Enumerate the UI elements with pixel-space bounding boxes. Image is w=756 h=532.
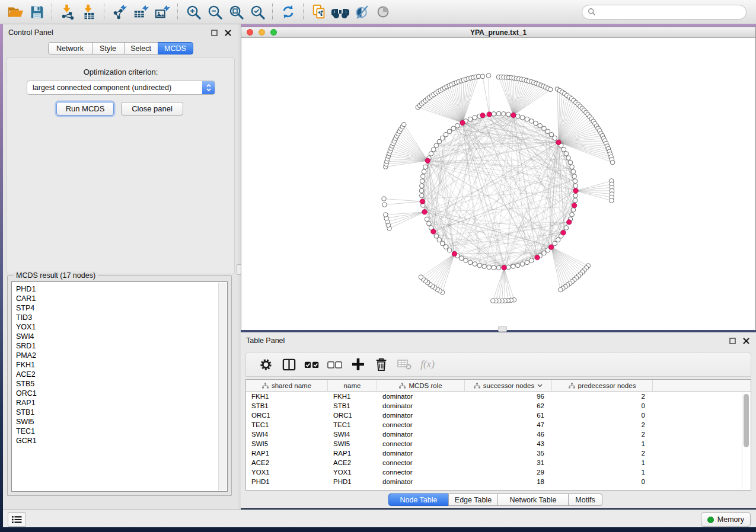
table-toolbar: f(x) <box>245 352 751 377</box>
zoom-selected-icon[interactable] <box>247 2 268 22</box>
mcds-result-item[interactable]: PHD1 <box>12 284 227 294</box>
mcds-result-item[interactable]: TEC1 <box>12 427 227 436</box>
mcds-result-item[interactable]: GCR1 <box>12 436 227 446</box>
table-scrollbar[interactable] <box>742 392 750 489</box>
column-header-shared-name[interactable]: shared name <box>246 380 328 391</box>
network-window-titlebar[interactable]: YPA_prune.txt_1 <box>241 27 755 38</box>
mcds-panel: Optimization criterion: largest connecte… <box>7 57 235 274</box>
table-panel: Table Panel f(x) shared namenameMC <box>241 332 756 508</box>
table-row[interactable]: FKH1FKH1dominator962 <box>246 392 751 401</box>
table-row[interactable]: PHD1PHD1dominator180 <box>246 477 751 486</box>
mcds-result-item[interactable]: STB1 <box>12 408 227 417</box>
eye-slash-icon[interactable] <box>351 2 372 22</box>
close-panel-icon[interactable] <box>223 28 232 37</box>
search-binoculars-icon[interactable] <box>330 2 351 22</box>
mcds-result-item[interactable]: SRD1 <box>12 341 227 351</box>
table-panel-title: Table Panel <box>246 336 285 345</box>
search-input[interactable] <box>599 7 741 17</box>
network-canvas[interactable] <box>241 38 755 330</box>
mcds-result-item[interactable]: STP4 <box>12 303 227 313</box>
control-panel-tabs: Network Style Select MCDS <box>3 42 238 55</box>
table-row[interactable]: RAP1RAP1dominator352 <box>246 448 751 458</box>
column-header-successor-nodes[interactable]: successor nodes <box>465 380 552 391</box>
select-all-icon[interactable] <box>302 355 322 373</box>
table-row[interactable]: SWI5SWI5connector431 <box>246 439 751 448</box>
refresh-icon[interactable] <box>277 2 299 22</box>
function-builder-icon-disabled: f(x) <box>417 355 438 373</box>
horizontal-splitter-grip[interactable] <box>498 326 507 332</box>
table-row[interactable]: ORC1ORC1dominator610 <box>246 411 751 420</box>
tab-mcds[interactable]: MCDS <box>158 42 193 55</box>
select-stepper-icon <box>202 81 215 94</box>
export-image-icon[interactable] <box>152 2 173 22</box>
export-network-icon[interactable] <box>109 2 130 22</box>
toolbar-separator <box>177 4 178 20</box>
mcds-result-item[interactable]: TID3 <box>12 313 227 322</box>
mcds-result-item[interactable]: SWI4 <box>12 332 227 341</box>
table-row[interactable]: YOX1YOX1connector291 <box>246 467 751 477</box>
table-row[interactable]: SWI4SWI4dominator462 <box>246 430 751 439</box>
network-graph <box>241 38 755 330</box>
mcds-result-item[interactable]: ACE2 <box>12 370 227 379</box>
split-columns-icon[interactable] <box>279 355 299 373</box>
add-column-icon[interactable] <box>348 355 368 373</box>
control-panel-header: Control Panel <box>3 24 238 41</box>
desktop: { "toolbar": { "icons": ["open-folder","… <box>0 0 756 532</box>
status-bar: Memory <box>3 509 756 527</box>
memory-status-icon <box>707 517 714 523</box>
node-table: shared namenameMCDS rolesuccessor nodesp… <box>245 379 751 491</box>
mcds-result-item[interactable]: ORC1 <box>12 389 227 398</box>
delete-icon[interactable] <box>371 355 391 373</box>
tab-select[interactable]: Select <box>124 42 158 55</box>
mcds-result-item[interactable]: PMA2 <box>12 351 227 360</box>
clone-network-icon[interactable] <box>308 2 330 22</box>
control-panel: Control Panel Network Style Select MCDS … <box>3 24 238 509</box>
zoom-out-icon[interactable] <box>204 2 225 22</box>
run-mcds-button[interactable]: Run MCDS <box>56 102 114 116</box>
open-folder-icon[interactable] <box>5 2 26 22</box>
task-history-button[interactable] <box>8 512 26 527</box>
list-icon <box>12 515 22 524</box>
mcds-result-item[interactable]: CAR1 <box>12 294 227 303</box>
float-panel-icon[interactable] <box>209 28 219 37</box>
deselect-all-icon[interactable] <box>325 355 345 373</box>
close-panel-icon[interactable] <box>741 336 751 345</box>
table-scrollbar-thumb[interactable] <box>744 394 749 447</box>
mcds-result-item[interactable]: FKH1 <box>12 360 227 370</box>
zoom-fit-icon[interactable] <box>225 2 247 22</box>
table-row[interactable]: TEC1TEC1connector472 <box>246 420 751 430</box>
table-settings-gear-icon[interactable] <box>256 355 276 373</box>
mcds-result-item[interactable]: YOX1 <box>12 322 227 332</box>
search-field[interactable] <box>582 5 747 20</box>
save-icon[interactable] <box>26 2 47 22</box>
export-table-icon[interactable] <box>130 2 152 22</box>
import-table-icon[interactable] <box>78 2 100 22</box>
column-header-predecessor-nodes[interactable]: predecessor nodes <box>552 380 653 391</box>
tab-motifs[interactable]: Motifs <box>568 493 602 506</box>
mcds-result-list[interactable]: PHD1CAR1STP4TID3YOX1SWI4SRD1PMA2FKH1ACE2… <box>11 281 228 492</box>
delete-table-icon-disabled <box>394 355 414 373</box>
sort-chevron-icon <box>537 384 543 387</box>
tab-style[interactable]: Style <box>92 42 125 55</box>
zoom-in-icon[interactable] <box>183 2 204 22</box>
close-panel-button[interactable]: Close panel <box>121 102 183 116</box>
mcds-result-item[interactable]: STB5 <box>12 379 227 389</box>
memory-button[interactable]: Memory <box>701 512 751 527</box>
network-window: YPA_prune.txt_1 <box>241 27 756 330</box>
table-row[interactable]: STB1STB1dominator620 <box>246 401 751 411</box>
mcds-result-item[interactable]: RAP1 <box>12 398 227 408</box>
table-row[interactable]: ACE2ACE2connector311 <box>246 458 751 467</box>
criterion-select[interactable]: largest connected component (undirected) <box>27 81 215 95</box>
tab-network-table[interactable]: Network Table <box>497 493 569 506</box>
float-panel-icon[interactable] <box>728 336 737 345</box>
tab-edge-table[interactable]: Edge Table <box>448 493 498 506</box>
mcds-result-item[interactable]: SWI5 <box>12 417 227 427</box>
birdseye-icon[interactable] <box>372 2 394 22</box>
mcds-list-scrollbar[interactable] <box>218 283 227 491</box>
column-header-name[interactable]: name <box>328 380 377 391</box>
import-network-icon[interactable] <box>57 2 78 22</box>
control-panel-title: Control Panel <box>8 28 53 37</box>
tab-node-table[interactable]: Node Table <box>388 493 449 506</box>
tab-network[interactable]: Network <box>48 42 92 55</box>
column-header-MCDS-role[interactable]: MCDS role <box>377 380 465 391</box>
